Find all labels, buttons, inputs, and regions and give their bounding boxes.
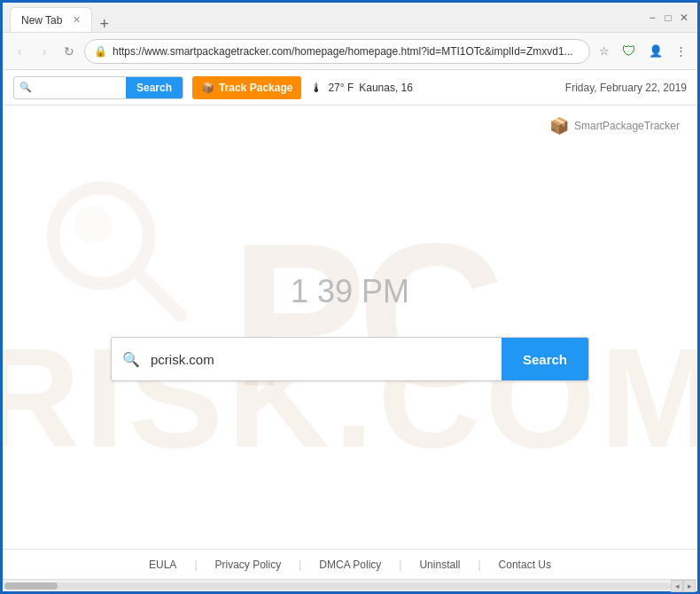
shield-button[interactable]: 🛡 — [618, 42, 640, 61]
tab-title: New Tab — [21, 14, 62, 27]
minimize-button[interactable]: − — [646, 12, 658, 24]
svg-point-0 — [53, 188, 149, 284]
main-search-icon: 🔍 — [112, 351, 151, 368]
toolbar-search-box: 🔍 Search — [13, 76, 183, 99]
package-icon: 📦 — [201, 82, 214, 94]
footer-divider-4: | — [478, 559, 480, 571]
logo-text: SmartPackageTracker — [574, 120, 680, 132]
svg-line-1 — [136, 271, 181, 316]
logo-icon: 📦 — [549, 116, 569, 136]
menu-icon: ⋮ — [675, 44, 687, 58]
scrollbar-track[interactable] — [4, 582, 671, 590]
footer-divider-1: | — [194, 559, 197, 571]
star-icon: ☆ — [599, 44, 610, 58]
account-button[interactable]: 👤 — [645, 43, 666, 59]
footer-privacy-link[interactable]: Privacy Policy — [215, 559, 282, 571]
browser-window: New Tab ✕ + − □ ✕ ‹ › ↻ 🔒 https://www.sm… — [0, 0, 700, 594]
tab-area: New Tab ✕ + — [10, 3, 646, 32]
watermark: PC RISK.COM — [3, 106, 697, 549]
footer-dmca-link[interactable]: DMCA Policy — [319, 559, 381, 571]
footer-divider-3: | — [399, 559, 401, 571]
url-text: https://www.smartpackagetracker.com/home… — [113, 45, 580, 58]
title-bar: New Tab ✕ + − □ ✕ — [3, 3, 697, 33]
footer-uninstall-link[interactable]: Uninstall — [419, 559, 460, 571]
toolbar-search-icon: 🔍 — [14, 82, 37, 93]
back-button[interactable]: ‹ — [10, 42, 29, 61]
time-display: 1 39 PM — [291, 273, 409, 310]
weather-temp: 27° F — [328, 82, 354, 94]
weather-icon: 🌡 — [310, 81, 323, 95]
forward-button[interactable]: › — [35, 42, 54, 61]
footer-eula-link[interactable]: EULA — [149, 559, 176, 571]
logo-area: 📦 SmartPackageTracker — [549, 116, 680, 136]
main-search-box: 🔍 Search — [111, 337, 589, 381]
track-package-button[interactable]: 📦 Track Package — [192, 76, 301, 99]
watermark-inner: PC RISK.COM — [3, 106, 697, 549]
scrollbar-area: ◂ ▸ — [3, 579, 697, 591]
active-tab[interactable]: New Tab ✕ — [10, 7, 92, 32]
scroll-right-arrow[interactable]: ▸ — [683, 580, 696, 592]
watermark-pc-text: PC — [230, 198, 496, 433]
window-controls: − □ ✕ — [646, 12, 690, 24]
footer-contact-link[interactable]: Contact Us — [499, 559, 551, 571]
main-search-input[interactable] — [151, 338, 502, 380]
watermark-magnifier — [37, 172, 197, 332]
bookmark-button[interactable]: ☆ — [595, 43, 613, 59]
maximize-button[interactable]: □ — [662, 12, 674, 24]
forward-icon: › — [43, 44, 47, 59]
scroll-arrows: ◂ ▸ — [671, 580, 696, 592]
url-bar[interactable]: 🔒 https://www.smartpackagetracker.com/ho… — [84, 39, 590, 64]
close-button[interactable]: ✕ — [678, 12, 690, 24]
footer: EULA | Privacy Policy | DMCA Policy | Un… — [3, 549, 697, 579]
scrollbar-thumb[interactable] — [4, 582, 58, 590]
svg-point-2 — [74, 206, 113, 244]
refresh-icon: ↻ — [64, 44, 74, 59]
back-icon: ‹ — [18, 44, 22, 59]
refresh-button[interactable]: ↻ — [59, 42, 79, 61]
weather-info: 🌡 27° F Kaunas, 16 — [310, 81, 413, 95]
new-tab-button[interactable]: + — [92, 16, 116, 32]
address-bar: ‹ › ↻ 🔒 https://www.smartpackagetracker.… — [3, 33, 697, 70]
footer-divider-2: | — [299, 559, 301, 571]
menu-button[interactable]: ⋮ — [672, 43, 690, 59]
page-content: PC RISK.COM 📦 SmartPackageTracker 1 39 P… — [3, 106, 697, 549]
main-search-button[interactable]: Search — [502, 338, 588, 380]
account-icon: 👤 — [649, 44, 663, 58]
toolbar-search-input[interactable] — [37, 77, 126, 98]
shield-icon: 🛡 — [622, 43, 636, 59]
toolbar-date: Friday, February 22, 2019 — [565, 82, 687, 94]
lock-icon: 🔒 — [94, 45, 107, 58]
tab-close-button[interactable]: ✕ — [73, 14, 81, 26]
scroll-left-arrow[interactable]: ◂ — [671, 580, 683, 592]
toolbar: 🔍 Search 📦 Track Package 🌡 27° F Kaunas,… — [3, 70, 697, 106]
main-search-area: 🔍 Search — [111, 337, 589, 381]
toolbar-search-button[interactable]: Search — [126, 76, 183, 99]
weather-location: Kaunas, 16 — [359, 82, 413, 94]
track-package-label: Track Package — [219, 82, 292, 94]
